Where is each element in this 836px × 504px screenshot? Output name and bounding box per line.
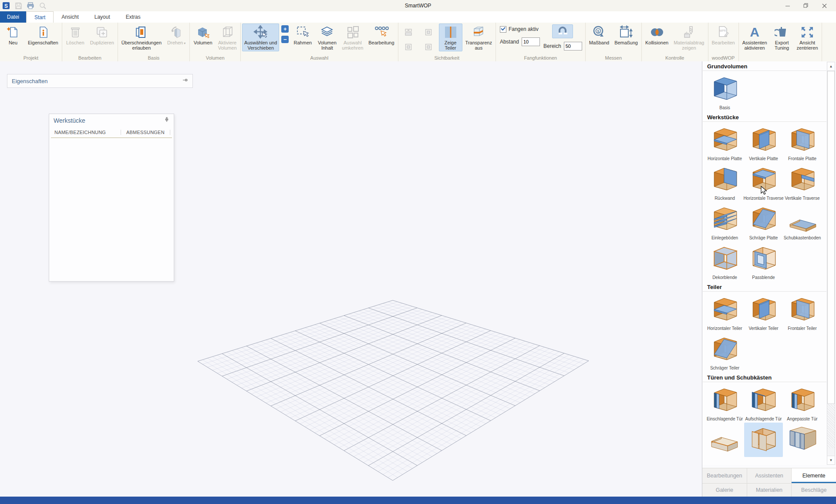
tab-datei[interactable]: Datei bbox=[0, 11, 26, 23]
panel-tab-materialien[interactable]: Materialien bbox=[747, 484, 792, 497]
button-label: Assistenten aktivieren bbox=[742, 40, 767, 50]
tab-ansicht[interactable]: Ansicht bbox=[54, 11, 86, 23]
palette-item-rückwand[interactable]: Rückwand bbox=[705, 162, 744, 202]
button-label: Auswählen und Verschieben bbox=[244, 40, 277, 50]
palette-item-horizontale-traverse[interactable]: Horizontale Traverse bbox=[744, 162, 783, 202]
bearbeiten-button[interactable]: MPRBearbeiten bbox=[710, 24, 737, 46]
palette-item-schräger-teiler[interactable]: Schräger Teiler bbox=[705, 332, 744, 372]
zeige-teiler-button[interactable]: Zeige Teiler bbox=[439, 24, 462, 51]
drehen-button[interactable]: Drehen▾ bbox=[165, 24, 188, 47]
palette-item-angepasste-tür[interactable]: Angepasste Tür bbox=[783, 383, 822, 423]
neu-button[interactable]: Neu bbox=[1, 24, 25, 46]
auswahl-umkehren-button[interactable]: Auswahl umkehren bbox=[340, 24, 365, 51]
duplicate-icon bbox=[95, 25, 109, 39]
column-name[interactable]: NAME/BEZEICHNUNG bbox=[53, 130, 121, 135]
scrollbar-track[interactable] bbox=[827, 404, 835, 448]
scroll-down-icon[interactable]: ▼ bbox=[827, 456, 835, 464]
eigenschaften-panel-collapsed[interactable]: Eigenschaften bbox=[7, 74, 193, 88]
palette-item-frontaler-teiler[interactable]: Frontaler Teiler bbox=[783, 292, 822, 332]
edit-dots-icon bbox=[374, 25, 389, 39]
eigenschaften-button[interactable]: Eigenschaften bbox=[26, 24, 61, 46]
palette-item-aufschlagende-tür[interactable]: Aufschlagende Tür bbox=[744, 383, 783, 423]
column-abmessungen[interactable]: ABMESSUNGEN bbox=[121, 130, 170, 135]
palette-item-schubkastenboden[interactable]: Schubkastenboden bbox=[783, 202, 822, 242]
smartwop-window: { "window": { "title": "SmartWOP", "cont… bbox=[0, 0, 836, 504]
pin-icon[interactable] bbox=[182, 77, 188, 85]
magnet-snap-button[interactable] bbox=[552, 24, 573, 38]
collision-icon bbox=[649, 25, 665, 39]
palette-item-label: Schräger Teiler bbox=[710, 366, 739, 370]
restore-icon[interactable] bbox=[797, 0, 815, 11]
schräge-platte-thumbnail-icon bbox=[748, 203, 780, 235]
button-label: Neu bbox=[9, 40, 17, 45]
visibility-option-icon[interactable] bbox=[423, 42, 434, 52]
ribbon-group-auswahl: Auswählen und Verschieben+−RahmenVolumen… bbox=[241, 23, 398, 61]
export-tuning-button[interactable]: Export Tuning bbox=[770, 24, 794, 51]
rückwand-thumbnail-icon bbox=[709, 163, 741, 195]
add-selection-button[interactable]: + bbox=[281, 25, 289, 33]
fangen-aktiv-checkbox[interactable]: Fangen aktiv bbox=[500, 24, 540, 34]
panel-tab-assistenten[interactable]: Assistenten bbox=[747, 468, 792, 483]
button-label: Kollisionen bbox=[645, 40, 668, 45]
löschen-button[interactable]: Löschen bbox=[64, 24, 87, 46]
palette-item-vertikaler-teiler[interactable]: Vertikaler Teiler bbox=[744, 292, 783, 332]
überschneidungen-erlauben-button[interactable]: Überschneidungen erlauben bbox=[119, 24, 164, 51]
palette-item-passblende[interactable]: Passblende bbox=[744, 242, 783, 281]
tab-extras[interactable]: Extras bbox=[118, 11, 148, 23]
move-icon bbox=[253, 25, 268, 39]
palette-item-dekorblende[interactable]: Dekorblende bbox=[705, 242, 744, 281]
panel-tab-bearbeitungen[interactable]: Bearbeitungen bbox=[702, 468, 747, 483]
palette-scrollbar[interactable]: ▲ ▼ bbox=[827, 62, 835, 465]
palette-item-basis[interactable]: Basis bbox=[705, 72, 744, 111]
volumen-button[interactable]: Volumen bbox=[191, 24, 215, 46]
visibility-option-icon[interactable] bbox=[423, 27, 434, 37]
scroll-up-icon[interactable]: ▲ bbox=[827, 62, 835, 71]
palette-item-einschlagende-tür[interactable]: Einschlagende Tür bbox=[705, 383, 744, 423]
kollisionen-button[interactable]: Kollisionen bbox=[643, 24, 671, 46]
palette-item-horizontaler-teiler[interactable]: Horizontaler Teiler bbox=[705, 292, 744, 332]
visibility-option-icon[interactable] bbox=[403, 27, 414, 37]
assistenten-aktivieren-button[interactable]: AAssistenten aktivieren bbox=[740, 24, 769, 51]
materialabtrag-zeigen-button[interactable]: Materialabtrag zeigen bbox=[671, 24, 706, 51]
bemaßung-button[interactable]: Bemaßung bbox=[612, 24, 640, 46]
schräger-teiler-thumbnail-icon bbox=[709, 333, 741, 365]
ansicht-zentrieren-button[interactable]: Ansicht zentrieren bbox=[795, 24, 820, 51]
aktiviere-volumen-button[interactable]: Aktiviere Volumen bbox=[216, 24, 239, 51]
palette-item-vertikale-traverse[interactable]: Vertikale Traverse bbox=[783, 162, 822, 202]
palette-item-horizontale-platte[interactable]: Horizontale Platte bbox=[705, 123, 744, 162]
minimize-icon[interactable] bbox=[779, 0, 797, 11]
palette-item-schräge-platte[interactable]: Schräge Platte bbox=[744, 202, 783, 242]
transparenz-aus-button[interactable]: Transparenz aus bbox=[463, 24, 494, 51]
transparency-icon bbox=[472, 25, 485, 39]
bearbeitung-button[interactable]: Bearbeitung bbox=[366, 24, 396, 46]
rahmen-button[interactable]: Rahmen bbox=[291, 24, 314, 46]
bereich-input[interactable] bbox=[564, 42, 582, 50]
palette-item-schubkasten[interactable] bbox=[705, 423, 744, 457]
visibility-option-icon[interactable] bbox=[403, 42, 414, 52]
palette-item-frontale-platte[interactable]: Frontale Platte bbox=[783, 123, 822, 162]
checkbox-icon[interactable] bbox=[500, 26, 506, 33]
palette-item-vertikale-platte[interactable]: Vertikale Platte bbox=[744, 123, 783, 162]
palette-item-label: Frontale Platte bbox=[788, 156, 816, 161]
maßband-button[interactable]: 5Maßband bbox=[587, 24, 611, 46]
tab-layout[interactable]: Layout bbox=[87, 11, 118, 23]
palette-item-einlegeböden[interactable]: Einlegeböden bbox=[705, 202, 744, 242]
button-label: Duplizieren bbox=[90, 40, 114, 45]
button-label: Überschneidungen erlauben bbox=[121, 40, 162, 50]
panel-tab-beschläge[interactable]: Beschläge bbox=[792, 484, 836, 497]
auswählen-und-verschieben-button[interactable]: Auswählen und Verschieben bbox=[242, 24, 279, 51]
scrollbar-thumb[interactable] bbox=[827, 71, 835, 404]
close-icon[interactable] bbox=[815, 0, 833, 11]
tab-start[interactable]: Start bbox=[26, 11, 54, 23]
remove-selection-button[interactable]: − bbox=[281, 36, 289, 43]
panel-tab-galerie[interactable]: Galerie bbox=[702, 484, 747, 497]
abstand-input[interactable] bbox=[522, 37, 540, 46]
duplizieren-button[interactable]: Duplizieren bbox=[88, 24, 116, 46]
panel-tab-elemente[interactable]: Elemente bbox=[792, 468, 836, 483]
palette-item-schiebe2[interactable] bbox=[783, 423, 822, 457]
palette-item-schiebe[interactable] bbox=[744, 423, 783, 457]
cube-icon bbox=[196, 25, 210, 39]
3d-viewport[interactable]: Eigenschaften Werkstücke NAME/BEZEICHNUN… bbox=[0, 61, 702, 497]
pin-icon[interactable] bbox=[164, 117, 169, 124]
volumen-inhalt-button[interactable]: Volumen Inhalt bbox=[315, 24, 339, 51]
